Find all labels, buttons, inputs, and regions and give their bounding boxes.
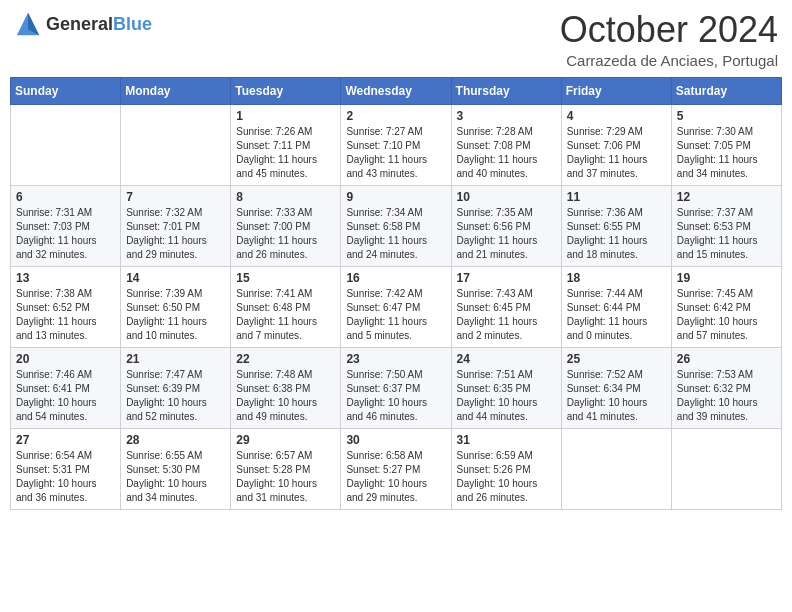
day-number: 27: [16, 433, 115, 447]
day-number: 18: [567, 271, 666, 285]
day-info: Sunrise: 7:46 AM Sunset: 6:41 PM Dayligh…: [16, 368, 115, 424]
calendar-cell: 12Sunrise: 7:37 AM Sunset: 6:53 PM Dayli…: [671, 185, 781, 266]
location-subtitle: Carrazeda de Anciaes, Portugal: [560, 52, 778, 69]
calendar-cell: 25Sunrise: 7:52 AM Sunset: 6:34 PM Dayli…: [561, 347, 671, 428]
calendar-cell: 19Sunrise: 7:45 AM Sunset: 6:42 PM Dayli…: [671, 266, 781, 347]
day-info: Sunrise: 7:51 AM Sunset: 6:35 PM Dayligh…: [457, 368, 556, 424]
calendar-cell: 2Sunrise: 7:27 AM Sunset: 7:10 PM Daylig…: [341, 104, 451, 185]
day-info: Sunrise: 6:55 AM Sunset: 5:30 PM Dayligh…: [126, 449, 225, 505]
calendar-cell: 29Sunrise: 6:57 AM Sunset: 5:28 PM Dayli…: [231, 428, 341, 509]
calendar-cell: [11, 104, 121, 185]
week-row-3: 13Sunrise: 7:38 AM Sunset: 6:52 PM Dayli…: [11, 266, 782, 347]
day-info: Sunrise: 7:35 AM Sunset: 6:56 PM Dayligh…: [457, 206, 556, 262]
calendar-cell: 8Sunrise: 7:33 AM Sunset: 7:00 PM Daylig…: [231, 185, 341, 266]
logo-blue-text: Blue: [113, 14, 152, 34]
day-number: 15: [236, 271, 335, 285]
day-info: Sunrise: 7:53 AM Sunset: 6:32 PM Dayligh…: [677, 368, 776, 424]
day-info: Sunrise: 7:41 AM Sunset: 6:48 PM Dayligh…: [236, 287, 335, 343]
day-number: 3: [457, 109, 556, 123]
day-info: Sunrise: 7:36 AM Sunset: 6:55 PM Dayligh…: [567, 206, 666, 262]
column-header-monday: Monday: [121, 77, 231, 104]
calendar-cell: 20Sunrise: 7:46 AM Sunset: 6:41 PM Dayli…: [11, 347, 121, 428]
day-info: Sunrise: 7:43 AM Sunset: 6:45 PM Dayligh…: [457, 287, 556, 343]
day-info: Sunrise: 7:48 AM Sunset: 6:38 PM Dayligh…: [236, 368, 335, 424]
day-number: 7: [126, 190, 225, 204]
day-info: Sunrise: 7:42 AM Sunset: 6:47 PM Dayligh…: [346, 287, 445, 343]
calendar-cell: 7Sunrise: 7:32 AM Sunset: 7:01 PM Daylig…: [121, 185, 231, 266]
calendar-cell: 6Sunrise: 7:31 AM Sunset: 7:03 PM Daylig…: [11, 185, 121, 266]
week-row-5: 27Sunrise: 6:54 AM Sunset: 5:31 PM Dayli…: [11, 428, 782, 509]
day-info: Sunrise: 6:57 AM Sunset: 5:28 PM Dayligh…: [236, 449, 335, 505]
calendar-cell: 10Sunrise: 7:35 AM Sunset: 6:56 PM Dayli…: [451, 185, 561, 266]
calendar-cell: 14Sunrise: 7:39 AM Sunset: 6:50 PM Dayli…: [121, 266, 231, 347]
day-number: 23: [346, 352, 445, 366]
day-number: 9: [346, 190, 445, 204]
day-number: 1: [236, 109, 335, 123]
day-info: Sunrise: 7:52 AM Sunset: 6:34 PM Dayligh…: [567, 368, 666, 424]
day-info: Sunrise: 7:39 AM Sunset: 6:50 PM Dayligh…: [126, 287, 225, 343]
column-header-saturday: Saturday: [671, 77, 781, 104]
calendar-cell: 18Sunrise: 7:44 AM Sunset: 6:44 PM Dayli…: [561, 266, 671, 347]
day-info: Sunrise: 7:45 AM Sunset: 6:42 PM Dayligh…: [677, 287, 776, 343]
calendar-cell: 26Sunrise: 7:53 AM Sunset: 6:32 PM Dayli…: [671, 347, 781, 428]
day-info: Sunrise: 6:59 AM Sunset: 5:26 PM Dayligh…: [457, 449, 556, 505]
day-number: 10: [457, 190, 556, 204]
day-number: 26: [677, 352, 776, 366]
day-info: Sunrise: 7:29 AM Sunset: 7:06 PM Dayligh…: [567, 125, 666, 181]
day-number: 29: [236, 433, 335, 447]
day-number: 14: [126, 271, 225, 285]
calendar-cell: 17Sunrise: 7:43 AM Sunset: 6:45 PM Dayli…: [451, 266, 561, 347]
calendar-cell: 24Sunrise: 7:51 AM Sunset: 6:35 PM Dayli…: [451, 347, 561, 428]
calendar-cell: 27Sunrise: 6:54 AM Sunset: 5:31 PM Dayli…: [11, 428, 121, 509]
calendar-cell: 22Sunrise: 7:48 AM Sunset: 6:38 PM Dayli…: [231, 347, 341, 428]
calendar-cell: 9Sunrise: 7:34 AM Sunset: 6:58 PM Daylig…: [341, 185, 451, 266]
day-number: 4: [567, 109, 666, 123]
day-info: Sunrise: 7:33 AM Sunset: 7:00 PM Dayligh…: [236, 206, 335, 262]
day-info: Sunrise: 7:31 AM Sunset: 7:03 PM Dayligh…: [16, 206, 115, 262]
day-number: 28: [126, 433, 225, 447]
calendar-cell: 15Sunrise: 7:41 AM Sunset: 6:48 PM Dayli…: [231, 266, 341, 347]
day-info: Sunrise: 7:38 AM Sunset: 6:52 PM Dayligh…: [16, 287, 115, 343]
title-block: October 2024 Carrazeda de Anciaes, Portu…: [560, 10, 778, 69]
day-info: Sunrise: 7:34 AM Sunset: 6:58 PM Dayligh…: [346, 206, 445, 262]
logo-icon: [14, 10, 42, 38]
calendar-cell: 16Sunrise: 7:42 AM Sunset: 6:47 PM Dayli…: [341, 266, 451, 347]
calendar-cell: 28Sunrise: 6:55 AM Sunset: 5:30 PM Dayli…: [121, 428, 231, 509]
column-header-sunday: Sunday: [11, 77, 121, 104]
calendar-cell: [561, 428, 671, 509]
day-info: Sunrise: 7:27 AM Sunset: 7:10 PM Dayligh…: [346, 125, 445, 181]
day-number: 6: [16, 190, 115, 204]
day-number: 19: [677, 271, 776, 285]
day-info: Sunrise: 6:54 AM Sunset: 5:31 PM Dayligh…: [16, 449, 115, 505]
day-number: 17: [457, 271, 556, 285]
calendar-cell: [121, 104, 231, 185]
day-number: 8: [236, 190, 335, 204]
calendar-cell: 23Sunrise: 7:50 AM Sunset: 6:37 PM Dayli…: [341, 347, 451, 428]
day-number: 31: [457, 433, 556, 447]
week-row-4: 20Sunrise: 7:46 AM Sunset: 6:41 PM Dayli…: [11, 347, 782, 428]
day-info: Sunrise: 7:28 AM Sunset: 7:08 PM Dayligh…: [457, 125, 556, 181]
column-header-thursday: Thursday: [451, 77, 561, 104]
logo: GeneralBlue: [14, 10, 152, 38]
day-number: 22: [236, 352, 335, 366]
page-header: GeneralBlue October 2024 Carrazeda de An…: [10, 10, 782, 69]
calendar-cell: [671, 428, 781, 509]
calendar-cell: 5Sunrise: 7:30 AM Sunset: 7:05 PM Daylig…: [671, 104, 781, 185]
calendar-cell: 3Sunrise: 7:28 AM Sunset: 7:08 PM Daylig…: [451, 104, 561, 185]
column-header-wednesday: Wednesday: [341, 77, 451, 104]
day-info: Sunrise: 6:58 AM Sunset: 5:27 PM Dayligh…: [346, 449, 445, 505]
day-number: 12: [677, 190, 776, 204]
calendar-cell: 21Sunrise: 7:47 AM Sunset: 6:39 PM Dayli…: [121, 347, 231, 428]
day-number: 5: [677, 109, 776, 123]
day-number: 13: [16, 271, 115, 285]
day-number: 20: [16, 352, 115, 366]
day-info: Sunrise: 7:30 AM Sunset: 7:05 PM Dayligh…: [677, 125, 776, 181]
calendar-cell: 30Sunrise: 6:58 AM Sunset: 5:27 PM Dayli…: [341, 428, 451, 509]
logo-general-text: General: [46, 14, 113, 34]
day-info: Sunrise: 7:32 AM Sunset: 7:01 PM Dayligh…: [126, 206, 225, 262]
day-info: Sunrise: 7:44 AM Sunset: 6:44 PM Dayligh…: [567, 287, 666, 343]
day-info: Sunrise: 7:47 AM Sunset: 6:39 PM Dayligh…: [126, 368, 225, 424]
day-number: 11: [567, 190, 666, 204]
column-header-tuesday: Tuesday: [231, 77, 341, 104]
calendar-cell: 11Sunrise: 7:36 AM Sunset: 6:55 PM Dayli…: [561, 185, 671, 266]
